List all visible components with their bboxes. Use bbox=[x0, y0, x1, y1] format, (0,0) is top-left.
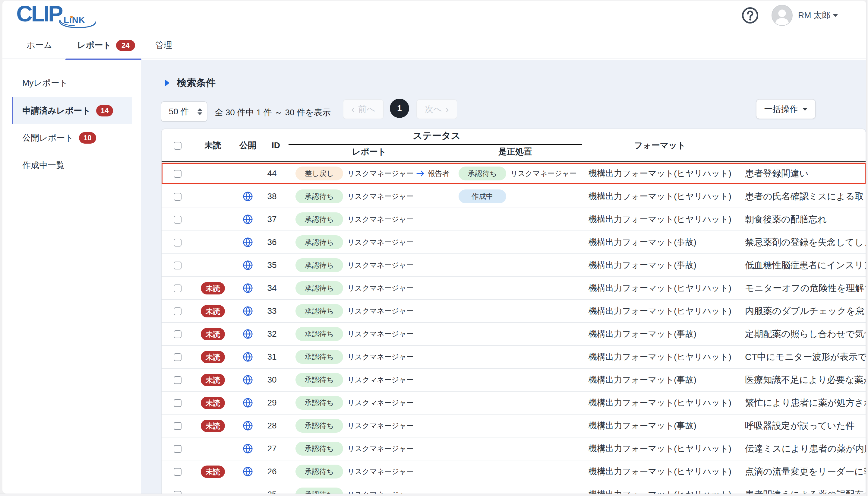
table-row[interactable]: 38 承認待ち リスクマネージャー 作成中 機構出力フォーマット(ヒヤリハット)… bbox=[162, 185, 866, 208]
report-status-badge: 承認待ち bbox=[295, 487, 343, 494]
prev-page-button[interactable]: ‹ 前へ bbox=[343, 99, 384, 119]
row-checkbox[interactable] bbox=[174, 307, 181, 315]
public-cell bbox=[232, 277, 263, 300]
public-cell bbox=[232, 208, 263, 231]
row-id: 35 bbox=[263, 254, 284, 277]
row-checkbox[interactable] bbox=[174, 262, 181, 269]
report-status-cell: 承認待ち リスクマネージャー bbox=[284, 300, 454, 323]
row-format: 機構出力フォーマット(事故) bbox=[582, 254, 738, 277]
tab-home[interactable]: ホーム bbox=[27, 37, 52, 54]
public-globe-icon bbox=[243, 421, 253, 431]
row-format: 機構出力フォーマット(ヒヤリハット) bbox=[582, 460, 738, 483]
corrective-status-cell bbox=[454, 323, 582, 346]
row-title: 呼吸器設定が誤っていた件 bbox=[738, 415, 866, 437]
tab-reports[interactable]: レポート 24 bbox=[77, 37, 135, 54]
tab-admin[interactable]: 管理 bbox=[155, 37, 172, 54]
table-row[interactable]: 25 承認待ち リスクマネージャー 機構出力フォーマット(ヒヤリハット) 患者間… bbox=[162, 483, 866, 494]
report-status-cell: 承認待ち リスクマネージャー bbox=[284, 208, 454, 231]
table-row[interactable]: 未読 26 承認待ち リスクマネージャー 機構出力フォーマット(ヒヤリハット) … bbox=[162, 460, 866, 483]
row-checkbox[interactable] bbox=[174, 239, 181, 247]
row-id: 44 bbox=[263, 162, 284, 185]
report-status-badge: 承認待ち bbox=[295, 212, 343, 226]
row-id: 30 bbox=[263, 369, 284, 392]
report-status-badge: 承認待ち bbox=[295, 189, 343, 203]
unread-cell: 未読 bbox=[194, 346, 232, 369]
row-checkbox[interactable] bbox=[174, 445, 181, 453]
row-checkbox[interactable] bbox=[174, 376, 181, 384]
id-column-header: ID bbox=[263, 129, 284, 162]
public-cell bbox=[232, 185, 263, 208]
vertical-scrollbar-track[interactable] bbox=[866, 0, 868, 496]
submitted-reports-badge: 14 bbox=[96, 105, 113, 117]
row-title: CT中にモニター波形が表示できなかった bbox=[738, 346, 866, 369]
row-checkbox[interactable] bbox=[174, 284, 181, 292]
user-name[interactable]: RM 太郎 bbox=[798, 11, 830, 20]
unread-badge: 未読 bbox=[201, 397, 225, 409]
table-row[interactable]: 未読 28 承認待ち リスクマネージャー 機構出力フォーマット(事故) 呼吸器設… bbox=[162, 415, 866, 437]
row-checkbox[interactable] bbox=[174, 193, 181, 201]
corrective-status-cell bbox=[454, 415, 582, 437]
search-conditions-label: 検索条件 bbox=[177, 76, 215, 90]
bulk-action-button[interactable]: 一括操作 bbox=[756, 99, 816, 119]
report-status-cell: 承認待ち リスクマネージャー bbox=[284, 483, 454, 494]
row-checkbox[interactable] bbox=[174, 399, 181, 407]
top-bar: CLIP LıNK ホーム レポート 24 管理 bbox=[2, 1, 866, 59]
report-status-cell: 承認待ち リスクマネージャー bbox=[284, 185, 454, 208]
row-checkbox[interactable] bbox=[174, 468, 181, 476]
table-row[interactable]: 未読 30 承認待ち リスクマネージャー 機構出力フォーマット(事故) 医療知識… bbox=[162, 369, 866, 392]
table-row[interactable]: 未読 31 承認待ち リスクマネージャー 機構出力フォーマット(ヒヤリハット) … bbox=[162, 346, 866, 369]
logo-text-link: LıNK bbox=[64, 16, 85, 25]
table-row[interactable]: 27 承認待ち リスクマネージャー 機構出力フォーマット(ヒヤリハット) 伝達ミ… bbox=[162, 437, 866, 460]
public-cell bbox=[232, 392, 263, 415]
cliplink-logo[interactable]: CLIP LıNK bbox=[17, 2, 114, 36]
report-status-cell: 承認待ち リスクマネージャー bbox=[284, 369, 454, 392]
row-title: 患者間違えによる薬の誤配布 bbox=[738, 483, 866, 494]
select-all-checkbox[interactable] bbox=[174, 142, 181, 150]
help-icon[interactable] bbox=[742, 7, 758, 24]
unread-badge: 未読 bbox=[201, 282, 225, 294]
report-status-badge: 承認待ち bbox=[295, 442, 343, 455]
table-row[interactable]: 35 承認待ち リスクマネージャー 機構出力フォーマット(事故) 低血糖性脳症患… bbox=[162, 254, 866, 277]
report-status-badge: 承認待ち bbox=[295, 235, 343, 249]
row-checkbox[interactable] bbox=[174, 330, 181, 338]
search-conditions-toggle[interactable]: 検索条件 bbox=[165, 76, 215, 90]
report-actor: リスクマネージャー bbox=[347, 237, 414, 247]
table-row[interactable]: 未読 29 承認待ち リスクマネージャー 機構出力フォーマット(ヒヤリハット) … bbox=[162, 392, 866, 415]
horizontal-scrollbar-track[interactable] bbox=[0, 494, 868, 496]
table-row[interactable]: 未読 33 承認待ち リスクマネージャー 機構出力フォーマット(ヒヤリハット) … bbox=[162, 300, 866, 323]
unread-badge: 未読 bbox=[201, 351, 225, 363]
user-menu-caret-icon[interactable] bbox=[833, 14, 838, 17]
row-checkbox[interactable] bbox=[174, 491, 181, 494]
sidebar: Myレポート 申請済みレポート 14 公開レポート 10 作成中一覧 bbox=[2, 60, 141, 494]
row-checkbox[interactable] bbox=[174, 422, 181, 430]
page-size-select[interactable]: 50 件 bbox=[161, 102, 207, 122]
table-row[interactable]: 未読 32 承認待ち リスクマネージャー 機構出力フォーマット(事故) 定期配薬… bbox=[162, 323, 866, 346]
unread-badge: 未読 bbox=[201, 420, 225, 432]
table-row[interactable]: 未読 34 承認待ち リスクマネージャー 機構出力フォーマット(ヒヤリハット) … bbox=[162, 277, 866, 300]
sidebar-item-public-reports[interactable]: 公開レポート 10 bbox=[12, 124, 132, 152]
checkbox-cell bbox=[162, 208, 194, 231]
row-id: 32 bbox=[263, 323, 284, 346]
public-cell bbox=[232, 323, 263, 346]
corrective-status-badge: 作成中 bbox=[459, 189, 506, 203]
table-row[interactable]: 44 差し戻し リスクマネージャー 報告者 承認待ちリスクマネージャー 機構出力… bbox=[162, 162, 866, 185]
sidebar-item-submitted-reports[interactable]: 申請済みレポート 14 bbox=[12, 97, 132, 124]
row-checkbox[interactable] bbox=[174, 216, 181, 223]
sidebar-item-my-reports[interactable]: Myレポート bbox=[12, 69, 132, 96]
next-page-button[interactable]: 次へ › bbox=[416, 99, 457, 119]
report-status-cell: 承認待ち リスクマネージャー bbox=[284, 231, 454, 254]
current-page-button[interactable]: 1 bbox=[390, 99, 409, 118]
corrective-status-cell bbox=[454, 231, 582, 254]
row-id: 27 bbox=[263, 437, 284, 460]
user-avatar[interactable] bbox=[772, 5, 793, 26]
row-id: 36 bbox=[263, 231, 284, 254]
active-tab-underline bbox=[65, 59, 141, 60]
table-row[interactable]: 37 承認待ち リスクマネージャー 機構出力フォーマット(ヒヤリハット) 朝食後… bbox=[162, 208, 866, 231]
row-checkbox[interactable] bbox=[174, 353, 181, 361]
bulk-action-caret-icon bbox=[802, 108, 808, 111]
row-checkbox[interactable] bbox=[174, 170, 181, 178]
table-row[interactable]: 36 承認待ち リスクマネージャー 機構出力フォーマット(事故) 禁忌薬剤の登録… bbox=[162, 231, 866, 254]
sidebar-item-drafts[interactable]: 作成中一覧 bbox=[12, 152, 132, 179]
range-summary: 全 30 件中 1 件 ～ 30 件を表示 bbox=[215, 107, 331, 118]
unread-badge: 未読 bbox=[201, 328, 225, 340]
